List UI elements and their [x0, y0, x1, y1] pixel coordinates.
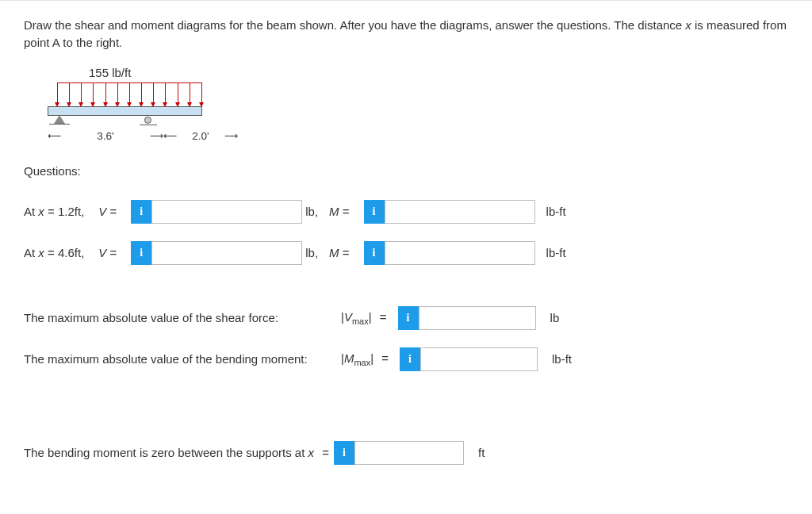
vmax-symbol: |Vmax| =: [341, 310, 392, 326]
q2-x-label: At x = 4.6ft,: [24, 246, 84, 259]
q2-m-input[interactable]: [385, 241, 535, 265]
load-arrow-icon: [153, 83, 154, 104]
dim-arrow-icon: ⟵: [48, 130, 61, 141]
dim-arrow-icon: ⟶⟵: [150, 130, 177, 141]
info-icon[interactable]: i: [364, 241, 385, 265]
question-row-2: At x = 4.6ft, V = i lb, M = i lb-ft: [24, 241, 788, 265]
q1-m-unit: lb-ft: [546, 205, 566, 218]
q2-v-input[interactable]: [151, 241, 302, 265]
load-arrow-icon: [141, 83, 142, 104]
max-shear-row: The maximum absolute value of the shear …: [24, 306, 788, 330]
question-row-1: At x = 1.2ft, V = i lb, M = i lb-ft: [24, 200, 788, 224]
q1-m-label: M =: [329, 205, 349, 218]
zero-moment-row: The bending moment is zero between the s…: [24, 441, 788, 465]
info-icon[interactable]: i: [131, 241, 151, 265]
zero-moment-input[interactable]: [354, 441, 464, 465]
dimension-span-1: 3.6': [61, 130, 150, 142]
intro-text-1: Draw the shear and moment diagrams for t…: [24, 18, 685, 32]
max-moment-row: The maximum absolute value of the bendin…: [24, 347, 788, 371]
dimension-span-2: 2.0': [177, 130, 224, 142]
q1-v-input[interactable]: [151, 200, 302, 224]
load-arrow-icon: [93, 83, 94, 104]
load-arrow-icon: [201, 83, 202, 104]
mmax-input[interactable]: [420, 347, 538, 371]
problem-statement: Draw the shear and moment diagrams for t…: [24, 17, 788, 52]
q1-m-input[interactable]: [385, 200, 535, 224]
load-arrow-icon: [69, 83, 70, 104]
vmax-unit: lb: [550, 311, 560, 324]
max-moment-prompt: The maximum absolute value of the bendin…: [24, 352, 341, 366]
q2-v-unit: lb,: [302, 246, 329, 259]
load-arrow-icon: [178, 83, 178, 104]
beam-diagram: 155 lb/ft ⟵: [24, 66, 788, 142]
load-arrow-icon: [165, 83, 166, 104]
max-shear-prompt: The maximum absolute value of the shear …: [24, 311, 341, 324]
zero-moment-prompt: The bending moment is zero between the s…: [24, 446, 334, 459]
beam-body: [48, 106, 202, 116]
distributed-load-label: 155 lb/ft: [89, 66, 788, 79]
beam-figure: [48, 82, 202, 130]
load-arrows: [57, 82, 202, 106]
info-icon[interactable]: i: [400, 347, 420, 371]
vmax-input[interactable]: [419, 306, 536, 330]
load-arrow-icon: [57, 83, 58, 104]
load-arrow-icon: [117, 83, 118, 104]
mmax-symbol: |Mmax| =: [341, 351, 393, 367]
load-arrow-icon: [129, 83, 130, 104]
q2-m-unit: lb-ft: [546, 246, 566, 259]
ground-line: [140, 125, 157, 125]
info-icon[interactable]: i: [398, 306, 419, 330]
load-arrow-icon: [105, 83, 106, 104]
load-arrow-icon: [81, 83, 82, 104]
load-arrow-icon: [190, 83, 190, 104]
zero-moment-unit: ft: [478, 446, 485, 459]
q2-v-label: V =: [98, 246, 117, 259]
info-icon[interactable]: i: [131, 200, 151, 224]
q1-v-label: V =: [98, 205, 117, 218]
dimension-row: ⟵ 3.6' ⟶⟵ 2.0' ⟶: [48, 130, 788, 142]
roller-support-icon: [144, 117, 151, 124]
problem-page: Draw the shear and moment diagrams for t…: [0, 0, 812, 506]
pin-support-icon: [54, 115, 65, 124]
dim-arrow-icon: ⟶: [224, 130, 238, 141]
questions-header: Questions:: [24, 164, 788, 178]
mmax-unit: lb-ft: [552, 352, 572, 366]
q1-x-label: At x = 1.2ft,: [24, 205, 84, 218]
intro-x-var: x: [685, 18, 691, 32]
ground-line: [49, 124, 70, 125]
info-icon[interactable]: i: [364, 200, 385, 224]
q1-v-unit: lb,: [302, 205, 329, 218]
q2-m-label: M =: [329, 246, 349, 259]
info-icon[interactable]: i: [334, 441, 354, 465]
